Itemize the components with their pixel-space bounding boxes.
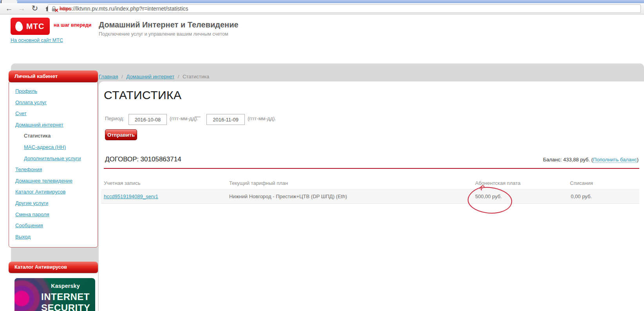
sidebar-item-home-tv[interactable]: Домашнее телевидение	[15, 178, 98, 184]
sidebar-item-account[interactable]: Счет	[15, 110, 98, 116]
date-format-hint-from: (гггг-мм-дд).	[170, 116, 198, 121]
breadcrumb-separator: /	[121, 74, 123, 80]
col-header-plan: Текущий тарифный план	[229, 180, 288, 186]
site-subtitle: Подключение услуг и управление вашим лич…	[99, 31, 228, 37]
contract-divider	[104, 168, 639, 169]
sidebar-item-statistics-current: Статистика	[15, 133, 98, 139]
url-text: https://lktvnn.pv.mts.ru/index.php?r=int…	[60, 5, 188, 12]
sidebar-item-change-password[interactable]: Смена пароля	[15, 212, 98, 217]
kaspersky-banner[interactable]: Kaspersky INTERNET SECURITY	[14, 278, 95, 311]
topup-balance-link[interactable]: Пополнить баланс	[593, 157, 637, 163]
breadcrumb-home-link[interactable]: Главная	[99, 74, 118, 80]
sidebar-item-messages[interactable]: Сообщения	[15, 222, 98, 228]
account-link[interactable]: hccd9519194089_serv1	[104, 193, 158, 199]
sidebar-item-additional-services[interactable]: Дополнительные услуги	[15, 156, 98, 161]
back-icon[interactable]: ←	[3, 3, 15, 14]
sidebar-item-antivirus-catalog[interactable]: Каталог Антивирусов	[15, 189, 98, 195]
mts-slogan: на шаг впереди	[54, 22, 91, 28]
antivirus-box-title: Каталог Антивирусов	[9, 262, 98, 273]
contract-number: ДОГОВОР: 30105863714	[105, 156, 181, 163]
period-label: Период:	[105, 116, 124, 121]
col-header-charges: Списания	[570, 180, 593, 186]
submit-button[interactable]: Отправить	[105, 129, 137, 140]
period-dash: —	[195, 113, 201, 119]
mts-egg-icon	[14, 21, 23, 31]
kaspersky-brand: Kaspersky	[42, 283, 89, 289]
mts-logo-text: МТС	[26, 22, 44, 31]
browser-toolbar: ← → ↻ ✕ https://lktvnn.pv.mts.ru/index.p…	[0, 3, 644, 14]
antivirus-box-body: Kaspersky INTERNET SECURITY	[9, 271, 98, 311]
url-rest: ://lktvnn.pv.mts.ru/index.php?r=internet…	[71, 5, 188, 12]
browser-tabstrip	[0, 0, 644, 3]
period-to-input[interactable]	[206, 114, 245, 125]
breadcrumb: Главная / Домашний интернет / Статистика	[99, 74, 209, 80]
kaspersky-line1: INTERNET	[41, 291, 90, 302]
table-row	[101, 189, 639, 204]
charges-cell: 0,00 руб.	[571, 193, 592, 199]
breadcrumb-internet-link[interactable]: Домашний интернет	[126, 74, 174, 80]
balance-line: Баланс: 433,88 руб. (Пополнить баланс)	[543, 157, 639, 163]
sidebar-item-logout[interactable]: Выход	[15, 234, 98, 240]
url-scheme-struck: https	[60, 5, 71, 12]
mts-logo[interactable]: МТС	[11, 18, 50, 35]
date-format-hint-to: (гггг-мм-дд).	[248, 116, 276, 121]
sidebar-item-telephony[interactable]: Телефония	[15, 166, 98, 172]
plan-cell: Нижний Новгород - Престиж+ЦТВ (DP ШПД) (…	[229, 193, 347, 199]
site-title: Домашний Интернет и Телевидение	[99, 20, 239, 29]
sidebar-item-mac-addresses[interactable]: MAC-адреса (НН)	[15, 144, 98, 150]
balance-text: Баланс: 433,88 руб. (	[543, 157, 593, 163]
sidebar-item-payment[interactable]: Оплата услуг	[15, 99, 98, 105]
sidebar-title: Личный кабинет	[9, 71, 98, 82]
broken-https-lock-icon[interactable]: ✕	[51, 6, 58, 12]
address-bar[interactable]: ✕ https://lktvnn.pv.mts.ru/index.php?r=i…	[48, 4, 641, 13]
fee-cell: 500,00 руб.	[475, 193, 502, 199]
sidebar-item-home-internet[interactable]: Домашний интернет	[15, 122, 98, 128]
balance-paren: )	[637, 157, 639, 163]
col-header-account: Учетная запись	[104, 180, 141, 186]
sidebar-menu: Профиль Оплата услуг Счет Домашний интер…	[9, 81, 98, 248]
page-title: СТАТИСТИКА	[104, 89, 182, 102]
col-header-fee: Абонентская плата	[475, 180, 521, 186]
page: ← → ↻ ✕ https://lktvnn.pv.mts.ru/index.p…	[0, 0, 644, 311]
forward-icon[interactable]: →	[16, 3, 27, 14]
period-from-input[interactable]	[128, 114, 167, 125]
browser-active-tab[interactable]	[1, 0, 17, 3]
sidebar-item-profile[interactable]: Профиль	[15, 88, 98, 94]
breadcrumb-separator: /	[178, 74, 179, 80]
reload-icon[interactable]: ↻	[29, 3, 41, 14]
main-site-link[interactable]: На основной сайт МТС	[11, 38, 63, 43]
sidebar-item-other-services[interactable]: Другие услуги	[15, 200, 98, 206]
kaspersky-line2: SECURITY	[41, 302, 90, 311]
breadcrumb-current: Статистика	[183, 74, 209, 80]
